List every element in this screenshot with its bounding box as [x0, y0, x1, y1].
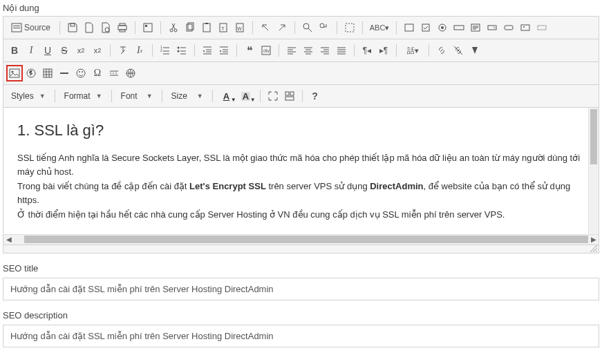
select-all-button[interactable]	[341, 19, 358, 36]
cut-button[interactable]	[165, 19, 182, 36]
svg-point-11	[174, 29, 177, 32]
align-left-button[interactable]	[283, 42, 300, 59]
flash-button[interactable]	[23, 65, 39, 82]
remove-format-2-button[interactable]: Ix	[131, 42, 148, 59]
indent-button[interactable]	[216, 42, 232, 59]
seo-description-label: SEO description	[3, 310, 599, 320]
replace-button[interactable]	[316, 19, 332, 36]
resize-handle[interactable]	[3, 245, 599, 253]
save-button[interactable]	[64, 19, 81, 36]
toolbar-row-3: Ω	[3, 62, 599, 85]
svg-rect-7	[120, 30, 125, 32]
form-button[interactable]	[401, 19, 417, 36]
anchor-button[interactable]	[467, 42, 483, 59]
find-button[interactable]	[299, 19, 316, 36]
size-dropdown[interactable]: Size▼	[167, 89, 208, 103]
toolbar-row-1: Source T W	[3, 17, 599, 39]
horizontal-scrollbar[interactable]: ◀ ▶	[3, 234, 599, 245]
seo-title-input[interactable]	[3, 278, 599, 300]
checkbox-button[interactable]	[417, 19, 434, 36]
source-label: Source	[24, 23, 50, 32]
textarea-button[interactable]	[467, 19, 484, 36]
numbered-list-button[interactable]: 12	[157, 42, 173, 59]
templates-button[interactable]	[140, 19, 156, 36]
strike-button[interactable]: S	[56, 42, 73, 59]
toolbar-row-4: Styles▼ Format▼ Font▼ Size▼ A▼ A▼ ?	[3, 85, 599, 108]
paste-text-button[interactable]: T	[215, 19, 232, 36]
bullet-list-button[interactable]	[173, 42, 190, 59]
image-button[interactable]	[6, 65, 23, 82]
svg-point-4	[105, 28, 109, 32]
table-button[interactable]	[39, 65, 56, 82]
seo-title-label: SEO title	[3, 263, 599, 274]
hr-button[interactable]	[56, 65, 73, 82]
svg-text:T: T	[221, 26, 225, 32]
outdent-button[interactable]	[199, 42, 216, 59]
svg-text:2: 2	[160, 48, 162, 52]
superscript-button[interactable]: x2	[89, 42, 106, 59]
svg-rect-33	[538, 26, 546, 30]
special-char-button[interactable]: Ω	[89, 65, 106, 82]
subscript-button[interactable]: x2	[73, 42, 89, 59]
div-button[interactable]: div	[258, 42, 274, 59]
page-break-button[interactable]	[106, 65, 122, 82]
align-justify-button[interactable]	[333, 42, 350, 59]
show-blocks-button[interactable]	[281, 88, 298, 104]
spellcheck-button[interactable]: ABC▾	[367, 19, 392, 36]
format-dropdown[interactable]: Format▼	[59, 89, 107, 103]
ltr-button[interactable]: ¶◂	[359, 42, 375, 59]
italic-button[interactable]: I	[23, 42, 39, 59]
svg-point-36	[178, 47, 180, 49]
align-center-button[interactable]	[300, 42, 317, 59]
svg-rect-9	[145, 25, 147, 27]
new-page-button[interactable]	[81, 19, 97, 36]
font-dropdown[interactable]: Font▼	[116, 89, 158, 103]
maximize-button[interactable]	[265, 88, 281, 104]
remove-format-button[interactable]	[115, 42, 131, 59]
image-button-button[interactable]	[517, 19, 534, 36]
styles-dropdown[interactable]: Styles▼	[6, 89, 50, 103]
preview-button[interactable]	[97, 19, 114, 36]
svg-rect-48	[285, 92, 289, 95]
bold-button[interactable]: B	[6, 42, 23, 59]
source-button[interactable]: Source	[6, 19, 55, 36]
svg-rect-40	[10, 69, 19, 77]
svg-text:div: div	[263, 48, 270, 53]
unlink-button[interactable]	[450, 42, 467, 59]
redo-button[interactable]	[274, 19, 290, 36]
print-button[interactable]	[114, 19, 131, 36]
bg-color-button[interactable]: A▼	[236, 88, 256, 104]
paste-word-button[interactable]: W	[232, 19, 248, 36]
editor-content[interactable]: 1. SSL là gì? SSL tiếng Anh nghĩa là Sec…	[3, 108, 599, 234]
svg-rect-49	[290, 92, 294, 95]
blockquote-button[interactable]: ❝	[241, 42, 258, 59]
svg-point-41	[12, 71, 14, 73]
link-button[interactable]	[433, 42, 450, 59]
hidden-field-button[interactable]	[534, 19, 550, 36]
svg-point-37	[178, 50, 180, 52]
svg-point-10	[170, 29, 173, 32]
svg-rect-50	[285, 97, 294, 100]
content-paragraph: SSL tiếng Anh nghĩa là Secure Sockets La…	[17, 151, 585, 178]
underline-button[interactable]: U	[39, 42, 56, 59]
select-field-button[interactable]	[484, 19, 500, 36]
rtl-button[interactable]: ▸¶	[375, 42, 392, 59]
seo-description-input[interactable]	[3, 325, 599, 347]
svg-text:W: W	[237, 26, 242, 31]
svg-rect-1	[13, 26, 20, 26]
iframe-button[interactable]	[122, 65, 139, 82]
paste-button[interactable]	[198, 19, 215, 36]
smiley-button[interactable]	[73, 65, 89, 82]
text-color-button[interactable]: A▼	[217, 88, 236, 104]
svg-rect-5	[118, 26, 126, 30]
vertical-scrollbar[interactable]	[588, 108, 599, 234]
about-button[interactable]: ?	[307, 88, 323, 104]
copy-button[interactable]	[182, 19, 198, 36]
textfield-button[interactable]	[451, 19, 467, 36]
radio-button[interactable]	[434, 19, 451, 36]
language-button[interactable]: 話▾	[401, 42, 424, 59]
align-right-button[interactable]	[317, 42, 333, 59]
svg-rect-30	[505, 26, 513, 30]
undo-button[interactable]	[257, 19, 274, 36]
button-field-button[interactable]	[500, 19, 517, 36]
